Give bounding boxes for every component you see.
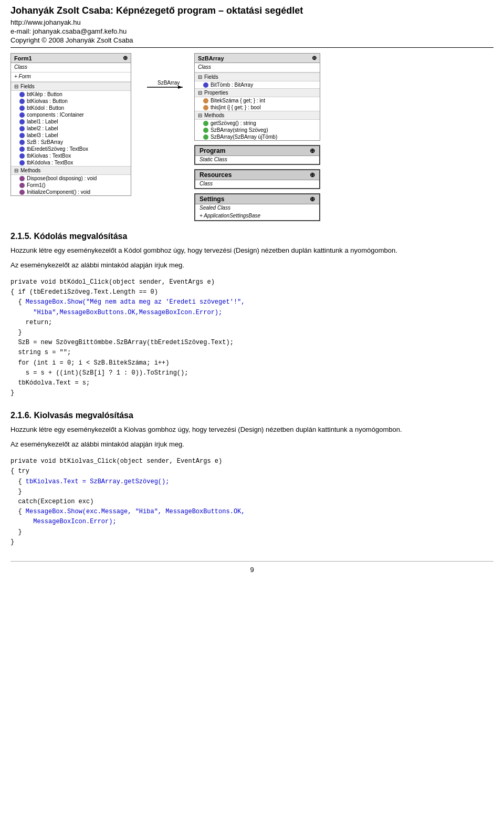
page-title: Johanyák Zsolt Csaba: Képnézegető progra… (10, 5, 494, 16)
settings-uml-box: Settings⊕ Sealed Class + ApplicationSett… (194, 193, 320, 221)
resources-subtitle: Class (195, 180, 319, 188)
copyright: Copyright © 2008 Johanyák Zsolt Csaba (10, 36, 494, 48)
field-label1: label1 : Label (11, 118, 131, 125)
methods-section: ⊟Methods (11, 166, 131, 175)
field-components: components : IContainer (11, 111, 131, 118)
section-216: 2.1.6. Kiolvasás megvalósítása Hozzunk l… (10, 411, 494, 551)
szbarray-indexer: this[int i] { get; } : bool (195, 104, 320, 111)
field-label3: label3 : Label (11, 132, 131, 139)
settings-base: + ApplicationSettingsBase (195, 212, 319, 220)
section-215: 2.1.5. Kódolás megvalósítása Hozzunk lét… (10, 232, 494, 401)
fields-section: ⊟Fields (11, 82, 131, 91)
diagram-area: Form1 ⊕ Class + Form ⊟Fields btKilép : B… (10, 53, 494, 221)
form1-class-label: Class (11, 63, 131, 72)
szbarray-bitekszama: BitekSzáma { get; } : int (195, 97, 320, 104)
form1-title: Form1 ⊕ (11, 54, 131, 63)
link2: e-mail: johanyak.csaba@gamf.kefo.hu (10, 27, 494, 35)
field-btkodol: btKódol : Button (11, 105, 131, 111)
szbarray-properties: ⊟Properties (195, 88, 320, 97)
szbarray-ctor2: SzBArray(SzBArray újTömb) (195, 133, 320, 140)
program-uml-box: Program⊕ Static Class (194, 145, 320, 165)
szbarray-fields: ⊟Fields (195, 72, 320, 81)
svg-text:SzBArray: SzBArray (158, 80, 180, 86)
section-215-heading: 2.1.5. Kódolás megvalósítása (10, 232, 494, 241)
szbarray-class: Class (195, 63, 320, 72)
link1: http://www.johanyak.hu (10, 18, 494, 26)
field-btkiolvas: btKiolvas : Button (11, 98, 131, 105)
section-215-para2: Az eseménykezelőt az alábbi mintakód ala… (10, 260, 494, 271)
field-tbkodolva: tbKódolva : TextBox (11, 159, 131, 166)
szbarray-uml-box: SzBArray ⊕ Class ⊟Fields BitTömb : BitAr… (194, 53, 320, 141)
resources-uml-box: Resources⊕ Class (194, 169, 320, 189)
header: Johanyák Zsolt Csaba: Képnézegető progra… (10, 5, 494, 48)
section-215-code: private void btKódol_Click(object sender… (10, 274, 494, 401)
field-label2: label2 : Label (11, 125, 131, 132)
szbarray-bittomb: BitTömb : BitArray (195, 81, 320, 88)
method-dispose: Dispose(bool disposing) : void (11, 175, 131, 182)
field-tberedeti: tbEredetiSzöveg : TextBox (11, 146, 131, 152)
program-title: Program⊕ (195, 146, 319, 156)
szbarray-ctor1: SzBArray(string Szöveg) (195, 127, 320, 133)
section-216-para2: Az eseménykezelőt az alábbi mintakód ala… (10, 439, 494, 450)
szbarray-title: SzBArray ⊕ (195, 54, 320, 63)
szbarray-methods: ⊟Methods (195, 111, 320, 120)
right-diagram: SzBArray ⊕ Class ⊟Fields BitTömb : BitAr… (194, 53, 320, 221)
field-tbkiolvas: tbKiolvas : TextBox (11, 152, 131, 159)
section-216-heading: 2.1.6. Kiolvasás megvalósítása (10, 411, 494, 420)
method-form1: Form1() (11, 182, 131, 189)
szbarray-getszoveg: getSzöveg() : string (195, 120, 320, 127)
section-216-code: private void btKiolvas_Click(object send… (10, 453, 494, 551)
section-216-para1: Hozzunk létre egy eseménykezelőt a Kiolv… (10, 424, 494, 435)
settings-subtitle: Sealed Class (195, 204, 319, 212)
arrow-svg: SzBArray (147, 79, 189, 95)
form1-form-label: + Form (11, 72, 131, 82)
settings-title: Settings⊕ (195, 194, 319, 204)
resources-title: Resources⊕ (195, 170, 319, 180)
page-number: 9 (10, 561, 494, 574)
field-btkilep: btKilép : Button (11, 91, 131, 98)
method-initcomp: InitializeComponent() : void (11, 189, 131, 195)
arrow-area: SzBArray (147, 79, 189, 95)
section-215-para1: Hozzunk létre egy eseménykezelőt a Kódol… (10, 245, 494, 256)
form1-uml-box: Form1 ⊕ Class + Form ⊟Fields btKilép : B… (10, 53, 131, 196)
program-subtitle: Static Class (195, 156, 319, 164)
field-szb: SzB : SzBArray (11, 139, 131, 146)
